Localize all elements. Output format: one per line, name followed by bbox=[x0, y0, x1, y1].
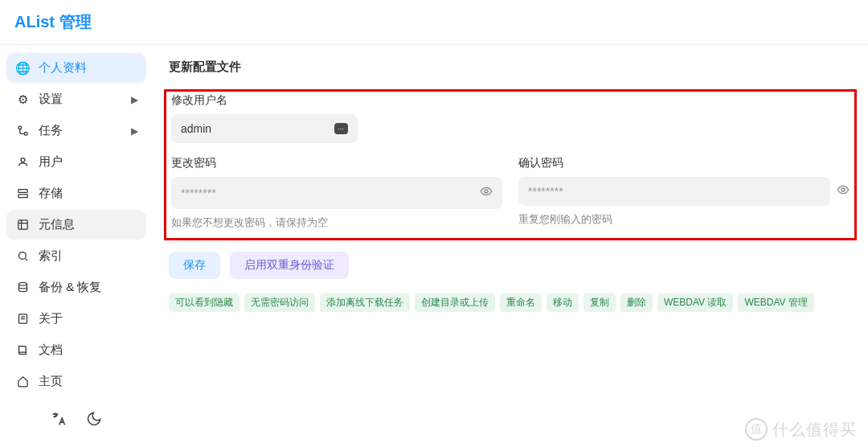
watermark: 值 什么值得买 bbox=[745, 418, 857, 441]
svg-point-1 bbox=[24, 132, 27, 135]
svg-rect-4 bbox=[18, 195, 27, 198]
book-icon bbox=[14, 344, 31, 356]
svg-point-10 bbox=[841, 188, 845, 191]
svg-point-9 bbox=[485, 190, 488, 193]
sidebar-item-storage[interactable]: 存储 bbox=[6, 178, 146, 208]
watermark-text: 什么值得买 bbox=[772, 419, 857, 441]
language-button[interactable] bbox=[44, 404, 73, 433]
sidebar: 🌐 个人资料 ⚙ 设置 ▶ 任务 ▶ 用户 存储 bbox=[0, 45, 153, 447]
sidebar-item-docs[interactable]: 文档 bbox=[6, 335, 146, 365]
sidebar-item-settings[interactable]: ⚙ 设置 ▶ bbox=[6, 84, 146, 114]
sidebar-item-label: 任务 bbox=[39, 123, 63, 138]
tag: 删除 bbox=[620, 293, 653, 312]
svg-point-6 bbox=[18, 252, 26, 260]
sidebar-item-users[interactable]: 用户 bbox=[6, 147, 146, 177]
tag: 可以看到隐藏 bbox=[169, 293, 240, 312]
sidebar-item-label: 存储 bbox=[39, 186, 63, 201]
sidebar-item-label: 关于 bbox=[39, 311, 63, 326]
chevron-right-icon: ▶ bbox=[131, 94, 138, 105]
username-input[interactable] bbox=[181, 122, 334, 135]
app-title[interactable]: AList 管理 bbox=[14, 13, 92, 31]
password-label: 更改密码 bbox=[171, 156, 502, 170]
svg-point-0 bbox=[18, 126, 21, 129]
sidebar-item-label: 主页 bbox=[39, 374, 63, 389]
about-icon bbox=[14, 313, 31, 325]
sidebar-item-index[interactable]: 索引 bbox=[6, 241, 146, 271]
sidebar-item-label: 索引 bbox=[39, 248, 63, 264]
password-input[interactable] bbox=[181, 187, 480, 199]
tag: 无需密码访问 bbox=[244, 293, 315, 312]
sidebar-item-label: 用户 bbox=[39, 154, 63, 170]
eye-icon[interactable] bbox=[837, 183, 850, 199]
sidebar-item-label: 个人资料 bbox=[39, 60, 87, 76]
svg-point-2 bbox=[21, 158, 25, 162]
username-label: 修改用户名 bbox=[171, 93, 850, 108]
tag: WEBDAV 读取 bbox=[657, 293, 733, 312]
chevron-right-icon: ▶ bbox=[131, 125, 138, 137]
svg-point-7 bbox=[18, 282, 27, 285]
save-button[interactable]: 保存 bbox=[169, 252, 220, 279]
password-hint: 如果您不想更改密码，请保持为空 bbox=[171, 215, 502, 230]
svg-rect-3 bbox=[18, 190, 27, 193]
sidebar-item-label: 设置 bbox=[39, 92, 63, 107]
sidebar-item-meta[interactable]: 元信息 bbox=[6, 210, 146, 240]
permission-tags: 可以看到隐藏 无需密码访问 添加离线下载任务 创建目录或上传 重命名 移动 复制… bbox=[169, 293, 852, 312]
enable-2fa-button[interactable]: 启用双重身份验证 bbox=[230, 252, 349, 279]
password-input-wrap bbox=[171, 177, 502, 209]
confirm-password-hint: 重复您刚输入的密码 bbox=[518, 212, 850, 227]
theme-toggle-button[interactable] bbox=[80, 404, 108, 433]
keyboard-icon[interactable]: ⋯ bbox=[334, 123, 348, 134]
meta-icon bbox=[14, 219, 31, 231]
eye-icon[interactable] bbox=[480, 185, 493, 201]
sidebar-item-label: 元信息 bbox=[39, 217, 75, 232]
tag: WEBDAV 管理 bbox=[738, 293, 813, 312]
user-icon bbox=[14, 156, 31, 168]
home-icon bbox=[14, 375, 31, 388]
confirm-password-input-wrap bbox=[518, 177, 830, 206]
tag: 复制 bbox=[583, 293, 616, 312]
confirm-password-input[interactable] bbox=[528, 185, 821, 198]
sidebar-item-home[interactable]: 主页 bbox=[6, 367, 146, 396]
header: AList 管理 bbox=[0, 0, 868, 45]
sidebar-item-backup[interactable]: 备份 & 恢复 bbox=[6, 273, 146, 302]
page-title: 更新配置文件 bbox=[169, 59, 852, 75]
confirm-password-label: 确认密码 bbox=[518, 156, 850, 170]
storage-icon bbox=[14, 187, 31, 199]
username-input-wrap: ⋯ bbox=[171, 114, 358, 143]
main-content: 更新配置文件 修改用户名 ⋯ 更改密码 bbox=[153, 45, 868, 447]
globe-icon: 🌐 bbox=[14, 61, 31, 76]
sidebar-item-label: 备份 & 恢复 bbox=[39, 280, 101, 295]
watermark-icon: 值 bbox=[745, 418, 768, 441]
sidebar-item-profile[interactable]: 🌐 个人资料 bbox=[6, 53, 146, 83]
tag: 移动 bbox=[547, 293, 579, 312]
search-icon bbox=[14, 250, 31, 262]
database-icon bbox=[14, 281, 31, 293]
svg-rect-5 bbox=[18, 220, 27, 229]
sidebar-item-label: 文档 bbox=[39, 342, 63, 358]
tag: 添加离线下载任务 bbox=[320, 293, 410, 312]
tag: 创建目录或上传 bbox=[415, 293, 495, 312]
tag: 重命名 bbox=[500, 293, 542, 312]
sidebar-item-about[interactable]: 关于 bbox=[6, 304, 146, 334]
tasks-icon bbox=[14, 125, 31, 137]
sidebar-item-tasks[interactable]: 任务 ▶ bbox=[6, 116, 146, 146]
highlighted-form-area: 修改用户名 ⋯ 更改密码 如果您不想更改密码，请保持为空 bbox=[164, 89, 857, 240]
gear-icon: ⚙ bbox=[14, 92, 31, 107]
